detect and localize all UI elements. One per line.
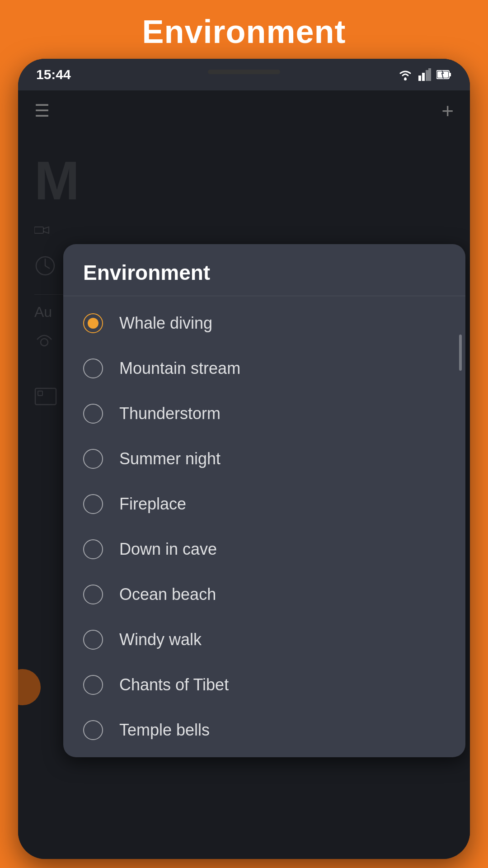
- signal-icon: [418, 68, 431, 81]
- svg-rect-4: [428, 68, 431, 81]
- status-time: 15:44: [36, 67, 71, 82]
- radio-button[interactable]: [83, 359, 103, 378]
- svg-rect-2: [422, 73, 425, 81]
- item-label: Thunderstorm: [119, 404, 221, 423]
- item-label: Ocean beach: [119, 585, 216, 604]
- dialog-item[interactable]: Windy walk: [63, 617, 465, 662]
- page-header: Environment: [0, 0, 488, 63]
- app-body: ☰ + M Au Environment: [18, 90, 470, 859]
- svg-rect-3: [426, 70, 428, 81]
- dialog-item[interactable]: Thunderstorm: [63, 391, 465, 436]
- dialog-item[interactable]: Temple bells: [63, 708, 465, 753]
- svg-point-0: [404, 78, 407, 80]
- item-label: Windy walk: [119, 630, 202, 649]
- radio-button[interactable]: [83, 630, 103, 650]
- dialog-item[interactable]: Ocean beach: [63, 572, 465, 617]
- item-label: Temple bells: [119, 721, 210, 740]
- status-icons: [398, 68, 452, 81]
- item-label: Mountain stream: [119, 359, 240, 378]
- radio-button[interactable]: [83, 449, 103, 469]
- phone-speaker: [208, 70, 280, 74]
- dialog-item[interactable]: Mountain stream: [63, 346, 465, 391]
- phone-frame: 15:44: [18, 59, 470, 859]
- item-label: Summer night: [119, 449, 221, 468]
- dialog-title: Environment: [63, 244, 465, 296]
- svg-rect-6: [449, 73, 451, 76]
- wifi-icon: [398, 68, 413, 81]
- dialog-item[interactable]: Fireplace: [63, 481, 465, 527]
- item-label: Whale diving: [119, 314, 212, 333]
- dialog-list: Whale divingMountain streamThunderstormS…: [63, 296, 465, 757]
- dialog-scrollbar: [459, 335, 462, 371]
- radio-inner: [88, 318, 99, 329]
- environment-dialog: Environment Whale divingMountain streamT…: [63, 244, 465, 757]
- item-label: Chants of Tibet: [119, 675, 229, 694]
- radio-button[interactable]: [83, 313, 103, 333]
- radio-button[interactable]: [83, 494, 103, 514]
- battery-icon: [436, 69, 452, 80]
- dialog-item[interactable]: Summer night: [63, 436, 465, 481]
- radio-button[interactable]: [83, 720, 103, 740]
- page-header-title: Environment: [142, 13, 346, 50]
- radio-button[interactable]: [83, 585, 103, 604]
- dialog-item[interactable]: Down in cave: [63, 527, 465, 572]
- dialog-item[interactable]: Chants of Tibet: [63, 662, 465, 708]
- radio-button[interactable]: [83, 675, 103, 695]
- item-label: Fireplace: [119, 495, 186, 514]
- dialog-item[interactable]: Whale diving: [63, 301, 465, 346]
- radio-button[interactable]: [83, 404, 103, 424]
- radio-button[interactable]: [83, 539, 103, 559]
- status-bar: 15:44: [18, 59, 470, 90]
- svg-rect-1: [418, 75, 421, 81]
- item-label: Down in cave: [119, 540, 217, 559]
